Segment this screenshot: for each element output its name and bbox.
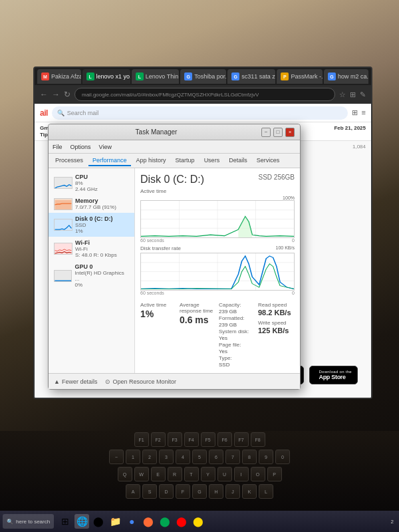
key-j[interactable]: J — [225, 484, 240, 499]
task-manager-tabs: Processes Performance App history Startu… — [49, 154, 300, 168]
process-gpu[interactable]: GPU 0 Intel(R) HD Graphics ... 0% — [49, 261, 134, 291]
filter-icon[interactable]: ≡ — [362, 108, 366, 117]
disk-header: Disk 0 (C: D:) SSD 256GB — [140, 174, 295, 186]
key-8[interactable]: 8 — [242, 450, 257, 464]
taskbar-app3-icon[interactable]: ⬤ — [174, 514, 189, 529]
keyboard-fn-row: F1 F2 F3 F4 F5 F6 F7 F8 — [0, 431, 399, 448]
browser-tab-howm2[interactable]: G how m2 ca... × — [324, 69, 368, 84]
process-wifi[interactable]: Wi-Fi Wi-Fi S: 48.0 R: 0 Kbps — [49, 237, 134, 261]
taskbar-chrome2-icon[interactable]: ● — [124, 514, 139, 529]
key-f6[interactable]: F6 — [217, 432, 232, 447]
open-resource-monitor-button[interactable]: ⊙ Open Resource Monitor — [105, 378, 176, 385]
active-time-footer: 60 seconds 0 — [140, 238, 295, 243]
address-bar[interactable]: mail.google.com/mail/u/0/#inbox/FMfcgzQZ… — [74, 88, 335, 101]
key-2[interactable]: 2 — [142, 450, 157, 464]
maximize-button[interactable]: □ — [273, 128, 283, 137]
menu-file[interactable]: File — [53, 144, 63, 150]
key-4[interactable]: 4 — [176, 450, 190, 464]
process-memory[interactable]: Memory 7.0/7.7 GB (91%) — [49, 195, 134, 213]
taskbar-edge-icon[interactable]: 🌐 — [74, 514, 89, 529]
close-button[interactable]: × — [285, 128, 295, 137]
browser-tab-lenovo1[interactable]: L lenovo x1 yo... × — [82, 69, 130, 84]
browser-tab-lenovo2[interactable]: L Lenovo Thin... × — [132, 69, 179, 84]
key-6[interactable]: 6 — [209, 450, 223, 464]
taskbar-app2-icon[interactable]: ⬤ — [158, 514, 172, 529]
key-f2[interactable]: F2 — [151, 432, 166, 447]
refresh-button[interactable]: ↻ — [64, 90, 70, 99]
menu-options[interactable]: Options — [70, 144, 91, 150]
key-0[interactable]: 0 — [275, 450, 290, 464]
transfer-chart — [140, 253, 295, 291]
key-l[interactable]: L — [259, 484, 273, 499]
settings-icon[interactable]: ✎ — [360, 90, 366, 99]
browser-tab-toshiba[interactable]: G Toshiba por... × — [180, 69, 226, 84]
key-h[interactable]: H — [209, 484, 223, 499]
key-tilde[interactable]: ~ — [109, 450, 124, 464]
stat-fmt-label: Formatted: — [219, 315, 255, 321]
apps-icon[interactable]: ⊞ — [352, 108, 358, 117]
key-f3[interactable]: F3 — [168, 432, 182, 447]
gmail-search-bar[interactable]: 🔍 Search mail — [52, 106, 348, 120]
key-i[interactable]: I — [234, 467, 249, 481]
key-o[interactable]: O — [251, 467, 265, 481]
key-g[interactable]: G — [192, 484, 207, 499]
key-5[interactable]: 5 — [192, 450, 207, 464]
key-k[interactable]: K — [242, 484, 257, 499]
key-w[interactable]: W — [134, 467, 149, 481]
browser-tab-passmark[interactable]: P PassMark -... × — [277, 69, 323, 84]
key-f7[interactable]: F7 — [234, 432, 249, 447]
key-1[interactable]: 1 — [126, 450, 140, 464]
ext-icon[interactable]: ⊞ — [350, 90, 356, 99]
key-f5[interactable]: F5 — [201, 432, 215, 447]
menu-view[interactable]: View — [99, 144, 112, 150]
taskbar-search[interactable]: 🔍 here to search — [3, 514, 54, 529]
key-u[interactable]: U — [217, 467, 232, 481]
fewer-details-button[interactable]: ▲ Fewer details — [54, 378, 97, 385]
key-d[interactable]: D — [159, 484, 174, 499]
key-f8[interactable]: F8 — [251, 432, 265, 447]
process-disk[interactable]: Disk 0 (C: D:) SSD 1% — [49, 213, 134, 237]
key-p[interactable]: P — [267, 467, 282, 481]
browser-tab-sc311[interactable]: G sc311 sata z... × — [227, 69, 275, 84]
back-button[interactable]: ← — [40, 90, 48, 99]
tab-services[interactable]: Services — [253, 156, 284, 166]
key-t[interactable]: T — [184, 467, 199, 481]
tab-users[interactable]: Users — [200, 156, 224, 166]
key-e[interactable]: E — [151, 467, 166, 481]
tab-startup[interactable]: Startup — [172, 156, 199, 166]
browser-tab-gmail[interactable]: M Pakiza Afzal × — [37, 69, 81, 84]
key-9[interactable]: 9 — [259, 450, 273, 464]
process-list: CPU 8% 2.44 GHz — [49, 168, 135, 373]
key-a[interactable]: A — [126, 484, 140, 499]
tab-processes[interactable]: Processes — [51, 156, 87, 166]
forward-button[interactable]: → — [52, 90, 60, 99]
star-icon[interactable]: ☆ — [339, 90, 346, 99]
taskbar-start-button[interactable]: ⊞ — [58, 514, 72, 529]
key-f1[interactable]: F1 — [134, 432, 149, 447]
tab-label-lenovo2: Lenovo Thin... — [146, 73, 179, 80]
active-time-label: Active time — [140, 188, 295, 194]
taskbar-chrome-icon[interactable]: ⬤ — [91, 514, 106, 529]
disk-sparkline — [54, 219, 72, 231]
key-f[interactable]: F — [176, 484, 190, 499]
key-s[interactable]: S — [142, 484, 157, 499]
key-y[interactable]: Y — [201, 467, 215, 481]
key-r[interactable]: R — [168, 467, 182, 481]
key-7[interactable]: 7 — [225, 450, 240, 464]
process-cpu[interactable]: CPU 8% 2.44 GHz — [49, 171, 134, 195]
tab-details[interactable]: Details — [225, 156, 251, 166]
tab-app-history[interactable]: App history — [132, 156, 170, 166]
key-q[interactable]: Q — [118, 467, 132, 481]
task-manager-window: Task Manager − □ × File Options View Pro… — [48, 124, 301, 390]
taskbar-explorer-icon[interactable]: 📁 — [108, 514, 122, 529]
key-3[interactable]: 3 — [159, 450, 174, 464]
minimize-button[interactable]: − — [261, 128, 271, 137]
key-f4[interactable]: F4 — [184, 432, 199, 447]
active-time-max: 100% — [283, 196, 295, 200]
app-store-badge[interactable]: Download on the App Store — [309, 366, 358, 384]
tab-performance[interactable]: Performance — [88, 156, 131, 166]
taskbar-app4-icon[interactable]: ⬤ — [191, 514, 205, 529]
chevron-up-icon: ▲ — [54, 378, 60, 385]
task-manager-title: Task Manager — [54, 128, 259, 136]
taskbar-app1-icon[interactable]: ⬤ — [141, 514, 156, 529]
